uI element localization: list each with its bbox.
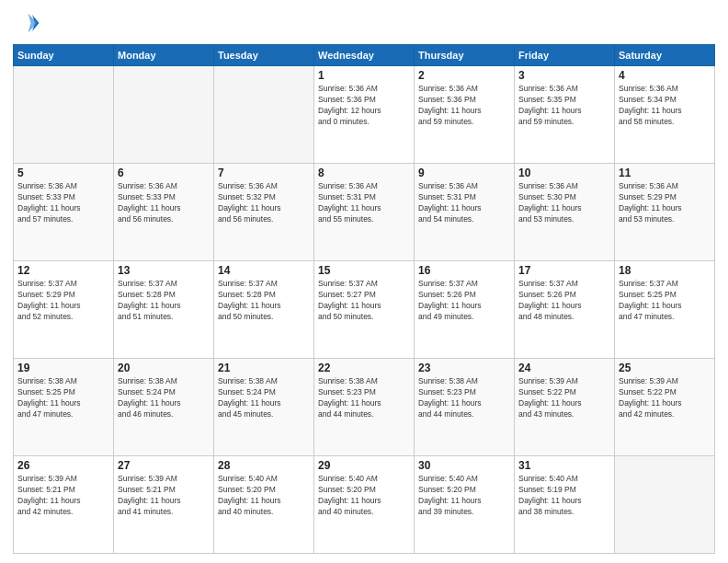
day-info: Sunrise: 5:39 AMSunset: 5:22 PMDaylight:… bbox=[619, 376, 711, 420]
day-info: Sunrise: 5:40 AMSunset: 5:20 PMDaylight:… bbox=[218, 474, 310, 518]
logo bbox=[13, 9, 44, 37]
day-info: Sunrise: 5:38 AMSunset: 5:24 PMDaylight:… bbox=[218, 376, 310, 420]
page: SundayMondayTuesdayWednesdayThursdayFrid… bbox=[0, 0, 728, 563]
day-number: 25 bbox=[619, 362, 711, 374]
day-info: Sunrise: 5:37 AMSunset: 5:28 PMDaylight:… bbox=[118, 279, 210, 323]
calendar-cell: 5Sunrise: 5:36 AMSunset: 5:33 PMDaylight… bbox=[14, 164, 114, 261]
day-number: 16 bbox=[418, 264, 510, 277]
calendar-cell: 21Sunrise: 5:38 AMSunset: 5:24 PMDayligh… bbox=[214, 359, 314, 456]
day-info: Sunrise: 5:37 AMSunset: 5:28 PMDaylight:… bbox=[218, 279, 310, 323]
day-number: 9 bbox=[418, 167, 510, 179]
day-info: Sunrise: 5:38 AMSunset: 5:23 PMDaylight:… bbox=[418, 376, 510, 420]
day-number: 24 bbox=[518, 362, 610, 374]
day-number: 27 bbox=[118, 459, 210, 472]
weekday-header-row: SundayMondayTuesdayWednesdayThursdayFrid… bbox=[14, 45, 715, 66]
calendar-cell: 17Sunrise: 5:37 AMSunset: 5:26 PMDayligh… bbox=[515, 261, 615, 359]
logo-icon bbox=[13, 9, 40, 37]
day-info: Sunrise: 5:40 AMSunset: 5:20 PMDaylight:… bbox=[418, 474, 510, 518]
day-number: 8 bbox=[318, 167, 410, 179]
day-info: Sunrise: 5:39 AMSunset: 5:22 PMDaylight:… bbox=[518, 376, 610, 420]
weekday-header-thursday: Thursday bbox=[415, 45, 515, 66]
svg-marker-1 bbox=[28, 14, 38, 33]
day-number: 3 bbox=[518, 69, 610, 82]
calendar-cell: 18Sunrise: 5:37 AMSunset: 5:25 PMDayligh… bbox=[615, 261, 715, 359]
day-info: Sunrise: 5:36 AMSunset: 5:31 PMDaylight:… bbox=[418, 181, 510, 225]
header bbox=[13, 9, 715, 37]
week-row-4: 19Sunrise: 5:38 AMSunset: 5:25 PMDayligh… bbox=[14, 359, 715, 456]
week-row-2: 5Sunrise: 5:36 AMSunset: 5:33 PMDaylight… bbox=[14, 164, 715, 261]
day-info: Sunrise: 5:36 AMSunset: 5:32 PMDaylight:… bbox=[218, 181, 310, 225]
day-info: Sunrise: 5:36 AMSunset: 5:30 PMDaylight:… bbox=[518, 181, 610, 225]
calendar-cell: 31Sunrise: 5:40 AMSunset: 5:19 PMDayligh… bbox=[515, 456, 615, 554]
week-row-3: 12Sunrise: 5:37 AMSunset: 5:29 PMDayligh… bbox=[14, 261, 715, 359]
calendar-cell: 20Sunrise: 5:38 AMSunset: 5:24 PMDayligh… bbox=[114, 359, 214, 456]
day-number: 15 bbox=[318, 264, 410, 277]
calendar-cell: 24Sunrise: 5:39 AMSunset: 5:22 PMDayligh… bbox=[515, 359, 615, 456]
day-number: 5 bbox=[17, 167, 109, 179]
calendar-cell: 28Sunrise: 5:40 AMSunset: 5:20 PMDayligh… bbox=[214, 456, 314, 554]
calendar-cell: 19Sunrise: 5:38 AMSunset: 5:25 PMDayligh… bbox=[14, 359, 114, 456]
day-number: 19 bbox=[17, 362, 109, 374]
day-info: Sunrise: 5:36 AMSunset: 5:36 PMDaylight:… bbox=[418, 84, 510, 128]
calendar-cell: 10Sunrise: 5:36 AMSunset: 5:30 PMDayligh… bbox=[515, 164, 615, 261]
day-number: 20 bbox=[118, 362, 210, 374]
day-number: 18 bbox=[619, 264, 711, 277]
calendar-cell: 6Sunrise: 5:36 AMSunset: 5:33 PMDaylight… bbox=[114, 164, 214, 261]
calendar-cell bbox=[114, 66, 214, 164]
calendar-cell: 15Sunrise: 5:37 AMSunset: 5:27 PMDayligh… bbox=[314, 261, 415, 359]
calendar-cell: 2Sunrise: 5:36 AMSunset: 5:36 PMDaylight… bbox=[415, 66, 515, 164]
calendar-cell: 1Sunrise: 5:36 AMSunset: 5:36 PMDaylight… bbox=[314, 66, 415, 164]
weekday-header-tuesday: Tuesday bbox=[214, 45, 314, 66]
day-number: 17 bbox=[518, 264, 610, 277]
day-number: 6 bbox=[118, 167, 210, 179]
calendar-cell: 25Sunrise: 5:39 AMSunset: 5:22 PMDayligh… bbox=[615, 359, 715, 456]
calendar-cell: 9Sunrise: 5:36 AMSunset: 5:31 PMDaylight… bbox=[415, 164, 515, 261]
day-number: 23 bbox=[418, 362, 510, 374]
day-info: Sunrise: 5:40 AMSunset: 5:20 PMDaylight:… bbox=[318, 474, 410, 518]
calendar-cell: 26Sunrise: 5:39 AMSunset: 5:21 PMDayligh… bbox=[14, 456, 114, 554]
day-info: Sunrise: 5:38 AMSunset: 5:24 PMDaylight:… bbox=[118, 376, 210, 420]
weekday-header-friday: Friday bbox=[515, 45, 615, 66]
day-info: Sunrise: 5:36 AMSunset: 5:33 PMDaylight:… bbox=[118, 181, 210, 225]
weekday-header-monday: Monday bbox=[114, 45, 214, 66]
day-number: 14 bbox=[218, 264, 310, 277]
day-number: 22 bbox=[318, 362, 410, 374]
day-info: Sunrise: 5:36 AMSunset: 5:35 PMDaylight:… bbox=[518, 84, 610, 128]
day-info: Sunrise: 5:37 AMSunset: 5:27 PMDaylight:… bbox=[318, 279, 410, 323]
day-info: Sunrise: 5:36 AMSunset: 5:33 PMDaylight:… bbox=[17, 181, 109, 225]
week-row-5: 26Sunrise: 5:39 AMSunset: 5:21 PMDayligh… bbox=[14, 456, 715, 554]
day-number: 4 bbox=[619, 69, 711, 82]
day-info: Sunrise: 5:40 AMSunset: 5:19 PMDaylight:… bbox=[518, 474, 610, 518]
calendar-cell: 16Sunrise: 5:37 AMSunset: 5:26 PMDayligh… bbox=[415, 261, 515, 359]
day-number: 7 bbox=[218, 167, 310, 179]
day-number: 31 bbox=[518, 459, 610, 472]
week-row-1: 1Sunrise: 5:36 AMSunset: 5:36 PMDaylight… bbox=[14, 66, 715, 164]
day-info: Sunrise: 5:37 AMSunset: 5:29 PMDaylight:… bbox=[17, 279, 109, 323]
day-number: 28 bbox=[218, 459, 310, 472]
calendar-cell: 30Sunrise: 5:40 AMSunset: 5:20 PMDayligh… bbox=[415, 456, 515, 554]
day-info: Sunrise: 5:37 AMSunset: 5:25 PMDaylight:… bbox=[619, 279, 711, 323]
day-info: Sunrise: 5:36 AMSunset: 5:31 PMDaylight:… bbox=[318, 181, 410, 225]
day-info: Sunrise: 5:36 AMSunset: 5:34 PMDaylight:… bbox=[619, 84, 711, 128]
calendar-table: SundayMondayTuesdayWednesdayThursdayFrid… bbox=[13, 44, 715, 554]
day-info: Sunrise: 5:39 AMSunset: 5:21 PMDaylight:… bbox=[17, 474, 109, 518]
day-number: 11 bbox=[619, 167, 711, 179]
calendar-cell: 23Sunrise: 5:38 AMSunset: 5:23 PMDayligh… bbox=[415, 359, 515, 456]
calendar-cell: 29Sunrise: 5:40 AMSunset: 5:20 PMDayligh… bbox=[314, 456, 415, 554]
calendar-cell: 12Sunrise: 5:37 AMSunset: 5:29 PMDayligh… bbox=[14, 261, 114, 359]
calendar-cell bbox=[14, 66, 114, 164]
day-info: Sunrise: 5:37 AMSunset: 5:26 PMDaylight:… bbox=[518, 279, 610, 323]
day-info: Sunrise: 5:36 AMSunset: 5:29 PMDaylight:… bbox=[619, 181, 711, 225]
day-number: 2 bbox=[418, 69, 510, 82]
day-info: Sunrise: 5:39 AMSunset: 5:21 PMDaylight:… bbox=[118, 474, 210, 518]
calendar-cell bbox=[214, 66, 314, 164]
day-info: Sunrise: 5:37 AMSunset: 5:26 PMDaylight:… bbox=[418, 279, 510, 323]
day-info: Sunrise: 5:38 AMSunset: 5:23 PMDaylight:… bbox=[318, 376, 410, 420]
day-number: 29 bbox=[318, 459, 410, 472]
calendar-cell: 27Sunrise: 5:39 AMSunset: 5:21 PMDayligh… bbox=[114, 456, 214, 554]
calendar-cell: 22Sunrise: 5:38 AMSunset: 5:23 PMDayligh… bbox=[314, 359, 415, 456]
day-number: 12 bbox=[17, 264, 109, 277]
weekday-header-saturday: Saturday bbox=[615, 45, 715, 66]
weekday-header-sunday: Sunday bbox=[14, 45, 114, 66]
day-number: 26 bbox=[17, 459, 109, 472]
